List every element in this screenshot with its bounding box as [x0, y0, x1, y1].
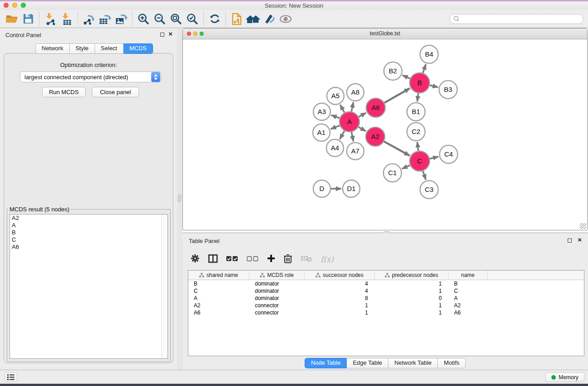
- tab-edge-table[interactable]: Edge Table: [347, 358, 388, 368]
- graph-edge-A-A5[interactable]: [340, 105, 345, 112]
- table-row[interactable]: A dominator 8 0 A: [188, 295, 584, 302]
- show-graphics-details-button[interactable]: [261, 11, 277, 27]
- graph-edge-A-A2[interactable]: [359, 127, 366, 131]
- run-mcds-button[interactable]: Run MCDS: [42, 87, 86, 97]
- column-header-predecessor-nodes[interactable]: predecessor nodes: [375, 271, 449, 280]
- tab-network-table[interactable]: Network Table: [388, 358, 438, 368]
- result-item[interactable]: C: [10, 236, 167, 243]
- graph-node-A3[interactable]: A3: [313, 103, 330, 120]
- graph-edge-B-B2[interactable]: [402, 75, 410, 78]
- column-header-shared-name[interactable]: shared name: [188, 271, 249, 280]
- zoom-out-button[interactable]: [152, 11, 168, 27]
- table-row[interactable]: B dominator 4 1 B: [188, 280, 584, 287]
- graph-node-A7[interactable]: A7: [347, 143, 364, 160]
- tab-select[interactable]: Select: [95, 43, 124, 54]
- close-panel-icon[interactable]: ×: [578, 236, 582, 244]
- mcds-result-list[interactable]: A2 A B C A6: [10, 214, 168, 359]
- close-panel-button[interactable]: Close panel: [92, 87, 139, 97]
- graph-edge-A-A3[interactable]: [331, 115, 340, 118]
- graph-edge-A6-B[interactable]: [384, 88, 410, 103]
- graph-node-C2[interactable]: C2: [407, 123, 425, 141]
- graph-edge-C-C3[interactable]: [423, 171, 425, 180]
- table-row[interactable]: A2 connector 1 1 A2: [188, 302, 584, 309]
- tab-style[interactable]: Style: [70, 43, 95, 54]
- graph-node-A6[interactable]: A6: [366, 98, 385, 117]
- graph-edge-A-A8[interactable]: [352, 102, 354, 112]
- result-item[interactable]: B: [10, 229, 167, 236]
- graph-node-A[interactable]: A: [339, 112, 359, 132]
- result-item[interactable]: A6: [10, 243, 167, 251]
- column-header-successor-nodes[interactable]: successor nodes: [305, 271, 375, 280]
- task-history-button[interactable]: [5, 372, 17, 382]
- graph-edge-A-A4[interactable]: [340, 131, 344, 139]
- delete-table-button[interactable]: [301, 255, 312, 264]
- graph-edge-A-A1[interactable]: [331, 125, 340, 129]
- export-network-button[interactable]: [81, 11, 97, 27]
- graph-edge-A-A7[interactable]: [352, 132, 354, 142]
- splitter-grip[interactable]: [178, 195, 181, 202]
- deselect-all-columns-button[interactable]: [247, 255, 258, 263]
- show-columns-button[interactable]: [208, 254, 218, 265]
- graph-edge-C-C4[interactable]: [430, 157, 438, 159]
- graph-node-C[interactable]: C: [410, 151, 430, 171]
- open-session-button[interactable]: [4, 11, 20, 27]
- graph-node-B2[interactable]: B2: [384, 62, 402, 80]
- result-item[interactable]: A2: [10, 214, 167, 222]
- delete-column-button[interactable]: [284, 254, 292, 265]
- refresh-button[interactable]: [206, 11, 223, 27]
- network-canvas[interactable]: B4B2BB3A8A5A6A3B1AC2A1A2A4A7C4CC1DD1C3: [183, 39, 587, 230]
- criterion-dropdown[interactable]: largest connected component (directed): [20, 71, 161, 82]
- graph-node-C4[interactable]: C4: [440, 145, 458, 163]
- function-builder-button[interactable]: f(x): [320, 255, 334, 264]
- table-row[interactable]: A6 connector 1 1 A6: [188, 309, 584, 316]
- memory-button[interactable]: Memory: [545, 372, 584, 382]
- zoom-in-button[interactable]: [135, 11, 152, 27]
- graph-edge-C-C2[interactable]: [417, 142, 418, 151]
- graph-node-C3[interactable]: C3: [420, 181, 438, 199]
- table-row[interactable]: C dominator 4 1 C: [188, 287, 584, 295]
- tab-network[interactable]: Network: [35, 43, 70, 54]
- select-all-columns-button[interactable]: [226, 255, 238, 263]
- graph-node-B1[interactable]: B1: [407, 103, 425, 121]
- network-window-titlebar[interactable]: testGlobe.txt: [183, 29, 587, 39]
- graph-node-A5[interactable]: A5: [327, 87, 344, 105]
- table-settings-button[interactable]: [191, 254, 200, 265]
- graph-edge-A-A6[interactable]: [359, 113, 366, 117]
- vertical-splitter[interactable]: [177, 28, 182, 370]
- result-item[interactable]: A: [10, 222, 167, 229]
- import-table-button[interactable]: [58, 11, 75, 27]
- tab-motifs[interactable]: Motifs: [438, 358, 466, 368]
- save-session-button[interactable]: [20, 11, 36, 27]
- graph-node-B3[interactable]: B3: [439, 81, 457, 99]
- graph-node-A1[interactable]: A1: [313, 124, 330, 141]
- create-column-button[interactable]: [267, 254, 275, 264]
- search-input[interactable]: [462, 16, 579, 22]
- graph-node-A2[interactable]: A2: [366, 127, 385, 146]
- graph-node-A8[interactable]: A8: [347, 84, 364, 101]
- result-scrollbar[interactable]: [161, 214, 167, 358]
- network-from-file-button[interactable]: [229, 11, 245, 27]
- graph-edge-B-B4[interactable]: [423, 64, 425, 73]
- export-image-button[interactable]: [113, 11, 129, 27]
- float-panel-icon[interactable]: [568, 238, 572, 243]
- column-header-mcds-role[interactable]: MCDS role: [249, 271, 305, 280]
- graph-edge-C-C1[interactable]: [402, 165, 410, 169]
- zoom-selected-button[interactable]: [184, 11, 201, 27]
- graph-node-A4[interactable]: A4: [326, 139, 344, 157]
- home-layout-button[interactable]: [245, 11, 261, 27]
- graph-edge-B-B3[interactable]: [430, 85, 438, 87]
- window-resize-grip[interactable]: [580, 223, 586, 229]
- graph-node-D[interactable]: D: [313, 180, 330, 197]
- export-table-button[interactable]: [97, 11, 113, 27]
- graph-node-D1[interactable]: D1: [343, 180, 360, 197]
- network-graph[interactable]: B4B2BB3A8A5A6A3B1AC2A1A2A4A7C4CC1DD1C3: [183, 39, 588, 230]
- graph-edge-B-B1[interactable]: [417, 93, 418, 101]
- column-header-name[interactable]: name: [449, 271, 488, 280]
- graph-node-C1[interactable]: C1: [383, 164, 402, 182]
- tab-mcds[interactable]: MCDS: [124, 43, 153, 54]
- preview-eye-button[interactable]: [277, 11, 294, 27]
- graph-node-B[interactable]: B: [410, 73, 430, 93]
- import-network-button[interactable]: [42, 11, 58, 27]
- close-panel-icon[interactable]: ×: [168, 30, 172, 38]
- zoom-fit-button[interactable]: [168, 11, 184, 27]
